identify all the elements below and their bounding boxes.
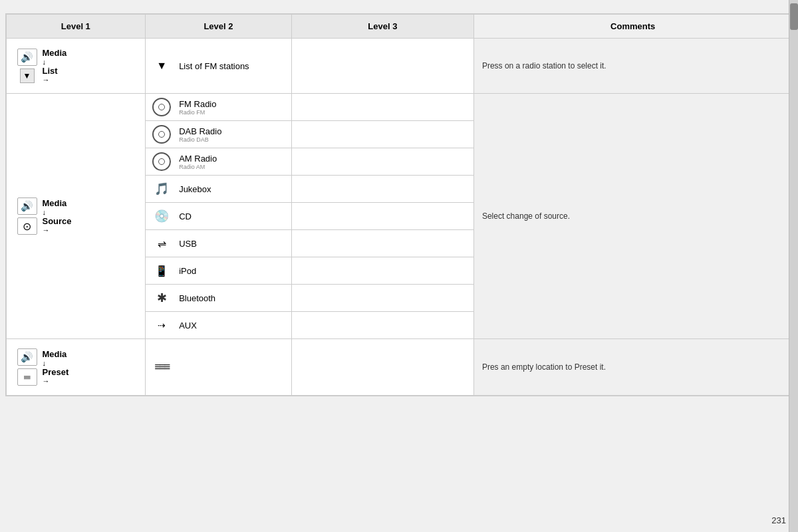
down-triangle-icon: ▼ xyxy=(151,57,172,75)
level3-dab xyxy=(291,121,473,148)
scrollbar-thumb[interactable] xyxy=(790,3,798,30)
cd-label: CD xyxy=(179,211,192,221)
am-radio-sublabel: Radio AM xyxy=(179,164,217,170)
header-level1: Level 1 xyxy=(6,15,146,39)
table-row: 🔊 ▼ Media ↓ List → ▼ xyxy=(6,39,792,94)
speaker-icon-2: 🔊 xyxy=(17,198,37,215)
usb-label: USB xyxy=(179,239,197,249)
fm-radio-sublabel: Radio FM xyxy=(179,109,216,116)
dab-radio-label: DAB Radio xyxy=(179,126,221,136)
level3-preset xyxy=(291,339,473,396)
comment-fm-stations: Press on a radio station to select it. xyxy=(473,39,792,94)
level3-am xyxy=(291,148,473,176)
ipod-label: iPod xyxy=(179,266,196,276)
fm-radio-label: FM Radio xyxy=(179,99,216,109)
level3-cd xyxy=(291,203,473,230)
level1-arrow-down-3: ↓ xyxy=(43,359,47,367)
level1-source-label: Source xyxy=(43,216,72,226)
list-fm-stations-label: List of FM stations xyxy=(179,61,249,71)
aux-row: ⇢ AUX xyxy=(151,316,286,334)
jukebox-row: 🎵 Jukebox xyxy=(151,180,286,198)
ipod-row: 📱 iPod xyxy=(151,261,286,280)
bluetooth-icon: ✱ xyxy=(151,289,172,307)
media-preset-level1: 🔊 ≡≡ Media ↓ Preset → xyxy=(12,343,140,391)
usb-icon: ⇌ xyxy=(151,234,172,253)
preset-icon: ≡≡ xyxy=(17,368,37,386)
am-radio-row: AM Radio Radio AM xyxy=(151,152,286,171)
bluetooth-row: ✱ Bluetooth xyxy=(151,289,286,307)
level1-media-label-3: Media xyxy=(43,349,67,359)
table-row-media-source: 🔊 ⊙ Media ↓ Source → xyxy=(6,94,792,121)
level1-list-label: List xyxy=(43,66,58,76)
source-icon: ⊙ xyxy=(17,217,37,235)
level3-empty-1 xyxy=(291,39,473,94)
header-level2: Level 2 xyxy=(146,15,292,39)
comment-source: Select change of source. xyxy=(473,94,792,339)
list-fm-stations-row: ▼ List of FM stations xyxy=(151,57,286,75)
level3-aux xyxy=(291,312,473,339)
radio-am-icon xyxy=(151,152,172,171)
bluetooth-label: Bluetooth xyxy=(179,293,215,303)
speaker-icon: 🔊 xyxy=(17,49,37,66)
am-radio-label: AM Radio xyxy=(179,154,217,164)
down-arrow-icon: ▼ xyxy=(20,68,35,83)
level1-arrow-down-2: ↓ xyxy=(43,208,47,216)
level1-preset-label: Preset xyxy=(43,367,69,377)
comment-preset: Pres an empty location to Preset it. xyxy=(473,339,792,396)
table-row-preset: 🔊 ≡≡ Media ↓ Preset → ≡ xyxy=(6,339,792,396)
level1-arrow-right-2: → xyxy=(43,226,50,234)
level1-arrow-down: ↓ xyxy=(43,58,47,66)
jukebox-icon: 🎵 xyxy=(151,180,172,198)
level1-arrow-right-3: → xyxy=(43,377,50,385)
jukebox-label: Jukebox xyxy=(179,184,211,194)
cd-row: 💿 CD xyxy=(151,207,286,225)
aux-label: AUX xyxy=(179,321,197,331)
preset-level2-row: ≡≡≡ xyxy=(151,358,286,376)
level1-media-label-2: Media xyxy=(43,198,67,208)
fm-radio-row: FM Radio Radio FM xyxy=(151,98,286,116)
header-comments: Comments xyxy=(473,15,792,39)
level3-usb xyxy=(291,230,473,257)
dab-radio-row: DAB Radio Radio DAB xyxy=(151,125,286,144)
cd-icon: 💿 xyxy=(151,207,172,225)
level3-jukebox xyxy=(291,176,473,203)
media-list-level1: 🔊 ▼ Media ↓ List → xyxy=(12,43,140,89)
speaker-icon-3: 🔊 xyxy=(17,348,37,366)
media-source-level1: 🔊 ⊙ Media ↓ Source → xyxy=(12,192,140,240)
radio-dab-icon xyxy=(151,125,172,144)
radio-fm-icon xyxy=(151,98,172,116)
aux-icon: ⇢ xyxy=(151,316,172,334)
dab-radio-sublabel: Radio DAB xyxy=(179,136,221,143)
scrollbar[interactable] xyxy=(789,0,798,532)
preset-list-icon: ≡≡≡ xyxy=(151,358,172,376)
level3-fm xyxy=(291,94,473,121)
level3-ipod xyxy=(291,257,473,285)
ipod-icon: 📱 xyxy=(151,261,172,280)
level1-media-label: Media xyxy=(43,48,67,58)
usb-row: ⇌ USB xyxy=(151,234,286,253)
header-level3: Level 3 xyxy=(291,15,473,39)
page-number: 231 xyxy=(771,515,786,525)
level1-arrow-right: → xyxy=(43,76,50,84)
level3-bluetooth xyxy=(291,285,473,312)
